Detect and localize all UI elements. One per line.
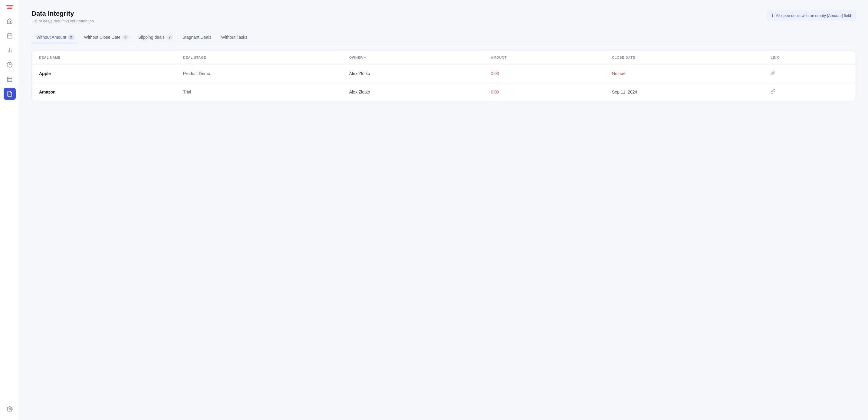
sidebar xyxy=(0,0,19,420)
info-icon: ℹ xyxy=(771,13,773,18)
app-logo xyxy=(6,5,13,9)
sidebar-item-reports[interactable] xyxy=(4,59,16,71)
cell-amount-1: 0.00 xyxy=(484,83,605,101)
table-row: Apple Product Demo Alex Zlotko 0.00 Not … xyxy=(32,64,856,83)
cell-link-0[interactable] xyxy=(763,64,856,83)
sidebar-item-home[interactable] xyxy=(4,15,16,27)
tab-without-amount[interactable]: Without Amount 2 xyxy=(31,32,79,43)
tabs-container: Without Amount 2 Without Close Date 3 Sl… xyxy=(31,32,856,43)
page-subtitle: List of deals requiring your attention xyxy=(31,19,94,23)
owner-sort-icon: ▾ xyxy=(364,56,366,59)
cell-deal-name-1: Amazon xyxy=(32,83,176,101)
tab-without-tasks[interactable]: Without Tasks xyxy=(216,32,252,43)
logo-bar-bottom xyxy=(7,7,12,9)
table-header-row: DEAL NAME DEAL STAGE OWNER ▾ AMOUNT CLOS… xyxy=(32,51,856,64)
tab-without-close-date-badge: 3 xyxy=(122,35,129,40)
tab-without-close-date[interactable]: Without Close Date 3 xyxy=(79,32,133,43)
col-amount: AMOUNT xyxy=(484,51,605,64)
page-title: Data Integrity xyxy=(31,10,94,18)
cell-owner-1: Alex Zlotko xyxy=(342,83,484,101)
page-header: Data Integrity List of deals requiring y… xyxy=(31,10,856,23)
main-content: Data Integrity List of deals requiring y… xyxy=(19,0,868,420)
tab-without-amount-label: Without Amount xyxy=(36,35,66,40)
svg-rect-7 xyxy=(7,77,12,82)
cell-close-date-1: Sep 11, 2024 xyxy=(605,83,763,101)
col-link: LINK xyxy=(763,51,856,64)
col-owner[interactable]: OWNER ▾ xyxy=(342,51,484,64)
tab-slipping-deals-label: Slipping deals xyxy=(138,35,165,40)
tab-slipping-deals[interactable]: Slipping deals 2 xyxy=(133,32,178,43)
sidebar-item-calendar[interactable] xyxy=(4,30,16,42)
cell-deal-name-0: Apple xyxy=(32,64,176,83)
deals-table: DEAL NAME DEAL STAGE OWNER ▾ AMOUNT CLOS… xyxy=(32,51,856,101)
tab-stagnant-deals-label: Stagnant Deals xyxy=(183,35,212,40)
sidebar-item-analytics[interactable] xyxy=(4,44,16,56)
tab-slipping-deals-badge: 2 xyxy=(166,35,173,40)
col-deal-name: DEAL NAME xyxy=(32,51,176,64)
tab-without-amount-badge: 2 xyxy=(68,35,74,40)
svg-rect-0 xyxy=(7,34,12,38)
cell-deal-stage-0: Product Demo xyxy=(176,64,342,83)
col-owner-label: OWNER xyxy=(349,56,363,59)
table-row: Amazon Trial Alex Zlotko 0.00 Sep 11, 20… xyxy=(32,83,856,101)
cell-close-date-0: Not set xyxy=(605,64,763,83)
col-close-date: CLOSE DATE xyxy=(605,51,763,64)
cell-owner-0: Alex Zlotko xyxy=(342,64,484,83)
sidebar-item-table[interactable] xyxy=(4,73,16,85)
cell-amount-0: 0.00 xyxy=(484,64,605,83)
tab-without-close-date-label: Without Close Date xyxy=(84,35,121,40)
col-deal-stage: DEAL STAGE xyxy=(176,51,342,64)
cell-deal-stage-1: Trial xyxy=(176,83,342,101)
info-banner-text: All open deals with an empty [Amount] fi… xyxy=(776,13,851,18)
tab-stagnant-deals[interactable]: Stagnant Deals xyxy=(178,32,216,43)
link-icon-1[interactable] xyxy=(771,90,775,95)
deals-table-container: DEAL NAME DEAL STAGE OWNER ▾ AMOUNT CLOS… xyxy=(31,51,856,101)
sidebar-item-data-integrity[interactable] xyxy=(4,88,16,100)
info-banner: ℹ All open deals with an empty [Amount] … xyxy=(767,10,856,21)
logo-bar-top xyxy=(6,5,13,6)
tab-without-tasks-label: Without Tasks xyxy=(221,35,247,40)
sidebar-item-settings[interactable] xyxy=(4,403,16,415)
link-icon-0[interactable] xyxy=(771,71,775,76)
page-title-group: Data Integrity List of deals requiring y… xyxy=(31,10,94,23)
svg-point-13 xyxy=(9,409,10,410)
cell-link-1[interactable] xyxy=(763,83,856,101)
